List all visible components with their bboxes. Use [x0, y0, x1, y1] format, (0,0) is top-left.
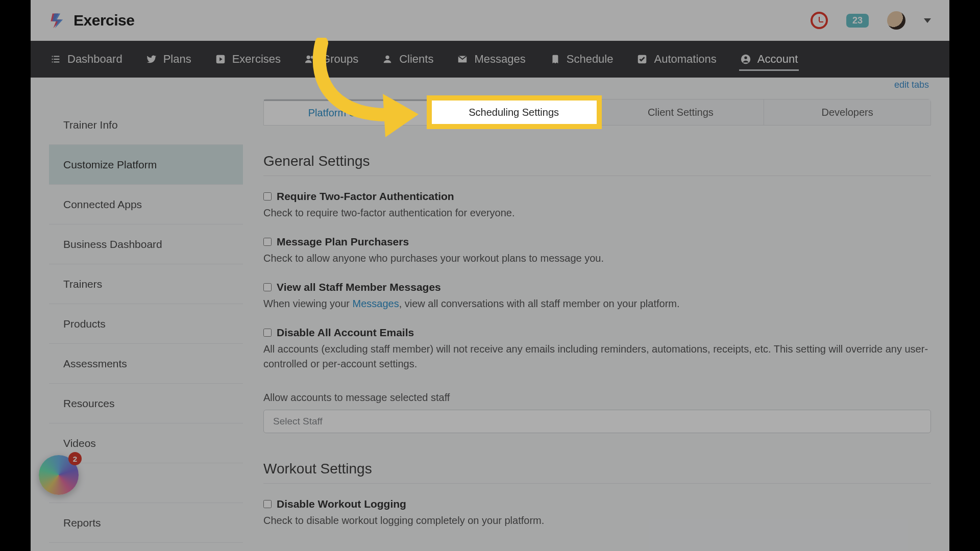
envelope-icon: [457, 54, 468, 65]
book-icon: [549, 54, 560, 65]
nav-label: Plans: [163, 53, 191, 66]
nav-account[interactable]: Account: [739, 47, 799, 71]
option-title: Message Plan Purchasers: [277, 236, 409, 248]
help-widget-badge: 2: [68, 452, 82, 465]
nav-messages[interactable]: Messages: [456, 47, 526, 71]
tab-label: Client Settings: [648, 107, 714, 118]
app-window: Exercise 23 Dashboard Plans Exercises: [31, 0, 949, 551]
nav-label: Messages: [474, 53, 525, 66]
option-title: View all Staff Member Messages: [277, 281, 441, 293]
sidebar-item-label: Assessments: [63, 358, 127, 370]
option-desc: Check to allow anyone who purchases your…: [263, 251, 931, 266]
option-desc: Check to disable workout logging complet…: [263, 513, 931, 528]
sidebar-item-products[interactable]: Products: [49, 304, 243, 344]
sidebar-item-business-dashboard[interactable]: Business Dashboard: [49, 224, 243, 264]
option-title: Disable All Account Emails: [277, 327, 414, 339]
check-icon: [636, 54, 648, 65]
users-icon: [304, 54, 315, 65]
main-nav: Dashboard Plans Exercises Groups Clients…: [31, 41, 949, 78]
tab-developers[interactable]: Developers: [764, 99, 930, 125]
option-title: Disable Workout Logging: [277, 498, 406, 510]
settings-sidebar: Trainer Info Customize Platform Connecte…: [49, 78, 243, 551]
nav-label: Clients: [399, 53, 433, 66]
sidebar-item-reports[interactable]: Reports: [49, 503, 243, 543]
tab-scheduling-settings[interactable]: Scheduling Settings: [431, 99, 598, 125]
section-general-title: General Settings: [263, 153, 931, 169]
user-icon: [382, 54, 393, 65]
messages-link[interactable]: Messages: [353, 298, 399, 309]
sidebar-item-resources[interactable]: Resources: [49, 384, 243, 423]
sidebar-item-label: Resources: [63, 397, 114, 410]
divider: [263, 176, 931, 176]
brand-name: Exercise: [74, 12, 134, 29]
clock-icon[interactable]: [811, 12, 828, 29]
nav-label: Account: [757, 53, 798, 66]
checkbox-view-staff[interactable]: [263, 283, 272, 291]
sidebar-item-label: Trainers: [63, 278, 102, 290]
notification-badge[interactable]: 23: [846, 14, 869, 28]
checkbox-disable-logging[interactable]: [263, 500, 272, 508]
sidebar-item-label: Trainer Info: [63, 119, 118, 131]
svg-point-3: [386, 56, 389, 59]
nav-schedule[interactable]: Schedule: [548, 47, 615, 71]
option-two-factor: Require Two-Factor Authentication Check …: [263, 190, 931, 220]
checkbox-disable-emails[interactable]: [263, 329, 272, 337]
account-icon: [740, 54, 751, 65]
checkbox-two-factor[interactable]: [263, 192, 272, 201]
nav-exercises[interactable]: Exercises: [214, 47, 282, 71]
sidebar-item-label: Reports: [63, 517, 101, 529]
sidebar-item-label: Customize Platform: [63, 159, 157, 171]
settings-main: edit tabs Platform Settings Scheduling S…: [263, 78, 931, 551]
list-icon: [50, 54, 61, 65]
tab-label: Platform Settings: [308, 107, 386, 119]
edit-tabs-link[interactable]: edit tabs: [894, 80, 929, 90]
select-staff-dropdown[interactable]: Select Staff: [263, 410, 931, 433]
help-widget[interactable]: 2: [39, 455, 79, 495]
option-desc: All accounts (excluding staff member) wi…: [263, 342, 931, 371]
option-desc-text: , view all conversations with all staff …: [399, 298, 680, 309]
nav-label: Exercises: [232, 53, 281, 66]
option-disable-account-emails: Disable All Account Emails All accounts …: [263, 327, 931, 371]
sidebar-item-trainers[interactable]: Trainers: [49, 264, 243, 304]
sidebar-item-label: Videos: [63, 437, 96, 449]
bird-icon: [146, 54, 157, 65]
brand[interactable]: Exercise: [49, 12, 134, 29]
svg-point-2: [311, 56, 314, 59]
tab-platform-settings[interactable]: Platform Settings: [264, 99, 431, 125]
chevron-down-icon[interactable]: [924, 18, 931, 23]
sidebar-item-customize-platform[interactable]: Customize Platform: [49, 145, 243, 185]
nav-label: Dashboard: [67, 53, 122, 66]
topbar: Exercise 23: [31, 0, 949, 41]
nav-label: Groups: [322, 53, 358, 66]
option-disable-workout-logging: Disable Workout Logging Check to disable…: [263, 498, 931, 528]
nav-plans[interactable]: Plans: [145, 47, 192, 71]
tab-client-settings[interactable]: Client Settings: [598, 99, 765, 125]
section-workout-title: Workout Settings: [263, 461, 931, 477]
nav-groups[interactable]: Groups: [303, 47, 359, 71]
sidebar-item-label: Products: [63, 318, 106, 330]
nav-label: Automations: [654, 53, 716, 66]
brand-logo-icon: [49, 12, 66, 29]
staff-message-label: Allow accounts to message selected staff: [263, 392, 931, 404]
divider: [263, 483, 931, 484]
option-desc: When viewing your Messages, view all con…: [263, 296, 931, 311]
avatar[interactable]: [887, 11, 905, 30]
option-desc-text: When viewing your: [263, 298, 353, 309]
nav-dashboard[interactable]: Dashboard: [49, 47, 124, 71]
sidebar-item-trainer-info[interactable]: Trainer Info: [49, 105, 243, 145]
tab-label: Developers: [822, 107, 873, 118]
sidebar-item-assessments[interactable]: Assessments: [49, 344, 243, 384]
play-icon: [215, 54, 226, 65]
svg-point-1: [307, 56, 310, 59]
option-message-plan-purchasers: Message Plan Purchasers Check to allow a…: [263, 236, 931, 266]
sidebar-item-label: Business Dashboard: [63, 238, 162, 251]
checkbox-message-plan[interactable]: [263, 238, 272, 246]
tab-label: Scheduling Settings: [469, 107, 559, 118]
nav-automations[interactable]: Automations: [635, 47, 717, 71]
content: Trainer Info Customize Platform Connecte…: [31, 78, 949, 551]
option-title: Require Two-Factor Authentication: [277, 190, 454, 203]
sidebar-item-connected-apps[interactable]: Connected Apps: [49, 185, 243, 224]
nav-clients[interactable]: Clients: [381, 47, 434, 71]
select-placeholder: Select Staff: [273, 416, 323, 427]
sidebar-item-truncated[interactable]: e: [49, 463, 243, 503]
